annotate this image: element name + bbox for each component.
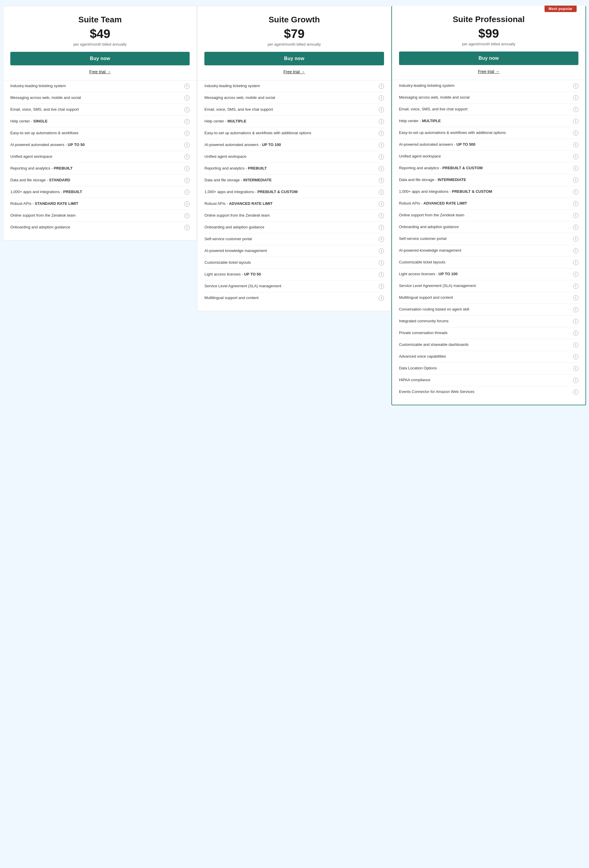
- info-icon[interactable]: i: [573, 224, 579, 230]
- info-icon[interactable]: i: [379, 84, 384, 89]
- info-icon[interactable]: i: [573, 189, 579, 195]
- plan-billing-suite-professional: per agent/month billed annually: [399, 42, 579, 46]
- feature-item: Service Level Agreement (SLA) management…: [399, 280, 579, 292]
- info-icon[interactable]: i: [573, 107, 579, 112]
- info-icon[interactable]: i: [184, 213, 189, 218]
- info-icon[interactable]: i: [573, 319, 579, 324]
- info-icon[interactable]: i: [379, 178, 384, 183]
- feature-text: Online support from the Zendesk team: [204, 213, 379, 218]
- feature-item: Reporting and analytics - PREBUILT & CUS…: [399, 162, 579, 174]
- feature-item: Unified agent workspace i: [10, 151, 189, 163]
- info-icon[interactable]: i: [184, 119, 189, 124]
- most-popular-badge: Most popular: [545, 6, 577, 12]
- free-trial-link-suite-team[interactable]: Free trial →: [10, 69, 189, 74]
- info-icon[interactable]: i: [184, 107, 189, 112]
- feature-item: Robust APIs - ADVANCED RATE LIMIT i: [399, 198, 579, 210]
- info-icon[interactable]: i: [379, 225, 384, 230]
- feature-item: Data and file storage - INTERMEDIATE i: [204, 174, 384, 186]
- info-icon[interactable]: i: [573, 166, 579, 171]
- info-icon[interactable]: i: [184, 190, 189, 195]
- info-icon[interactable]: i: [573, 213, 579, 218]
- info-icon[interactable]: i: [379, 248, 384, 254]
- feature-item: Industry-leading ticketing system i: [10, 80, 189, 92]
- feature-item: Messaging across web, mobile and social …: [399, 92, 579, 103]
- free-trial-link-suite-professional[interactable]: Free trial →: [399, 69, 579, 74]
- info-icon[interactable]: i: [379, 119, 384, 124]
- info-icon[interactable]: i: [184, 95, 189, 101]
- feature-item: Events Connector for Amazon Web Services…: [399, 386, 579, 398]
- info-icon[interactable]: i: [184, 142, 189, 148]
- info-icon[interactable]: i: [379, 260, 384, 266]
- feature-text: Unified agent workspace: [204, 154, 379, 159]
- info-icon[interactable]: i: [573, 390, 579, 395]
- buy-button-suite-professional[interactable]: Buy now: [399, 52, 579, 65]
- info-icon[interactable]: i: [573, 177, 579, 183]
- info-icon[interactable]: i: [379, 295, 384, 301]
- info-icon[interactable]: i: [573, 119, 579, 124]
- buy-button-suite-growth[interactable]: Buy now: [204, 52, 384, 65]
- feature-text: Data and file storage - INTERMEDIATE: [204, 177, 379, 183]
- feature-text: Data and file storage - STANDARD: [10, 177, 184, 183]
- feature-text: Customizable ticket layouts: [399, 260, 573, 265]
- info-icon[interactable]: i: [379, 142, 384, 148]
- feature-text: Easy-to-set up automations & workflows w…: [399, 130, 573, 136]
- info-icon[interactable]: i: [573, 366, 579, 371]
- feature-item: HIPAA compliance i: [399, 374, 579, 386]
- info-icon[interactable]: i: [379, 95, 384, 101]
- info-icon[interactable]: i: [573, 331, 579, 336]
- feature-text: Industry-leading ticketing system: [10, 83, 184, 89]
- feature-list-suite-professional: Industry-leading ticketing system i Mess…: [399, 80, 579, 398]
- feature-text: Service Level Agreement (SLA) management: [204, 283, 379, 289]
- info-icon[interactable]: i: [573, 130, 579, 136]
- info-icon[interactable]: i: [184, 166, 189, 171]
- plan-name-suite-professional: Suite Professional: [399, 15, 579, 24]
- plan-billing-suite-growth: per agent/month billed annually: [204, 42, 384, 47]
- pricing-container: Suite Team $49 per agent/month billed an…: [3, 6, 586, 405]
- feature-text: AI-powered automated answers - UP TO 100: [204, 142, 379, 148]
- info-icon[interactable]: i: [184, 154, 189, 159]
- feature-text: Online support from the Zendesk team: [399, 213, 573, 218]
- info-icon[interactable]: i: [573, 260, 579, 265]
- info-icon[interactable]: i: [573, 307, 579, 312]
- feature-item: Messaging across web, mobile and social …: [204, 92, 384, 104]
- info-icon[interactable]: i: [573, 236, 579, 242]
- info-icon[interactable]: i: [573, 201, 579, 206]
- info-icon[interactable]: i: [379, 201, 384, 207]
- info-icon[interactable]: i: [184, 84, 189, 89]
- info-icon[interactable]: i: [379, 131, 384, 136]
- info-icon[interactable]: i: [379, 190, 384, 195]
- info-icon[interactable]: i: [379, 166, 384, 171]
- info-icon[interactable]: i: [379, 237, 384, 242]
- info-icon[interactable]: i: [573, 142, 579, 148]
- feature-item: Service Level Agreement (SLA) management…: [204, 280, 384, 292]
- info-icon[interactable]: i: [184, 178, 189, 183]
- info-icon[interactable]: i: [573, 378, 579, 383]
- info-icon[interactable]: i: [573, 295, 579, 301]
- info-icon[interactable]: i: [573, 354, 579, 359]
- feature-text: Email, voice, SMS, and live chat support: [10, 107, 184, 112]
- plan-price-suite-professional: $99: [399, 27, 579, 41]
- info-icon[interactable]: i: [573, 154, 579, 159]
- feature-text: Conversation routing based on agent skil…: [399, 307, 573, 312]
- buy-button-suite-team[interactable]: Buy now: [10, 52, 189, 65]
- info-icon[interactable]: i: [573, 248, 579, 254]
- info-icon[interactable]: i: [379, 154, 384, 159]
- feature-text: AI-powered automated answers - UP TO 50: [10, 142, 184, 148]
- info-icon[interactable]: i: [184, 131, 189, 136]
- feature-text: Messaging across web, mobile and social: [204, 95, 379, 100]
- feature-text: Self-service customer portal: [204, 236, 379, 242]
- info-icon[interactable]: i: [184, 201, 189, 207]
- info-icon[interactable]: i: [573, 283, 579, 289]
- info-icon[interactable]: i: [573, 83, 579, 89]
- info-icon[interactable]: i: [184, 225, 189, 230]
- info-icon[interactable]: i: [379, 107, 384, 112]
- feature-item: Robust APIs - STANDARD RATE LIMIT i: [10, 198, 189, 210]
- free-trial-link-suite-growth[interactable]: Free trial →: [204, 69, 384, 74]
- info-icon[interactable]: i: [379, 213, 384, 218]
- feature-text: Reporting and analytics - PREBUILT: [10, 166, 184, 171]
- info-icon[interactable]: i: [573, 95, 579, 100]
- info-icon[interactable]: i: [573, 272, 579, 277]
- info-icon[interactable]: i: [379, 272, 384, 277]
- info-icon[interactable]: i: [379, 284, 384, 289]
- info-icon[interactable]: i: [573, 342, 579, 348]
